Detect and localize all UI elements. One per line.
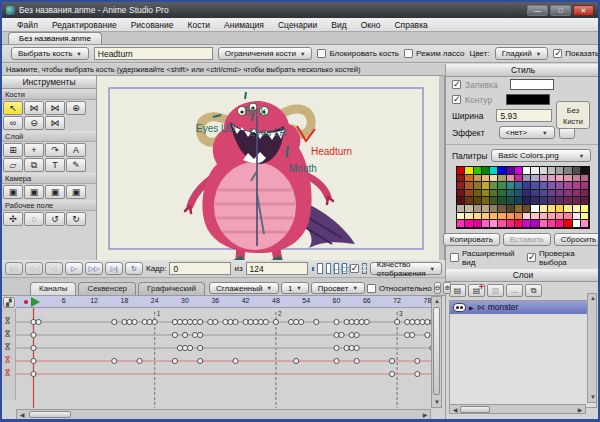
palette-swatch-6-5[interactable] — [498, 213, 506, 221]
palette-swatch-6-2[interactable] — [474, 213, 482, 221]
palette-swatch-3-13[interactable] — [564, 190, 572, 198]
palette-swatch-3-1[interactable] — [465, 190, 473, 198]
palette-swatch-6-9[interactable] — [531, 213, 539, 221]
show-labels-checkbox[interactable]: Показать⋈⋈ — [553, 48, 600, 59]
translate-layer-tool[interactable]: + — [24, 143, 44, 157]
palette-swatch-3-7[interactable] — [515, 190, 523, 198]
palette-swatch-5-5[interactable] — [498, 205, 506, 213]
flip-layer-tool[interactable]: A — [66, 143, 86, 157]
palette-swatch-2-9[interactable] — [531, 182, 539, 190]
layers-hscrollbar[interactable]: ◀▶ — [449, 404, 586, 414]
bone-label-Headturn[interactable]: Headturn — [311, 146, 352, 157]
delete-layer-button[interactable]: ▥ — [487, 284, 504, 297]
timeline-tab-Каналы[interactable]: Каналы — [30, 282, 76, 295]
layout-quad-button[interactable] — [334, 263, 339, 274]
palette-swatch-4-15[interactable] — [581, 197, 589, 205]
reparent-bone-tool[interactable]: ⋈ — [45, 116, 65, 130]
interp-dropdown[interactable]: Сглаженный▼ — [209, 282, 279, 294]
timeline-ruler[interactable]: 6121824303642485460667278 — [16, 296, 431, 308]
track-icon-0[interactable]: ⋈ — [3, 317, 12, 325]
lock-bone-checkbox[interactable]: Блокировать кость — [317, 49, 399, 58]
palette-swatch-0-7[interactable] — [515, 167, 523, 175]
bone-name-input[interactable] — [94, 47, 213, 60]
palette-swatch-0-9[interactable] — [531, 167, 539, 175]
paste-style-button[interactable]: Вставить — [503, 233, 551, 246]
palette-swatch-4-3[interactable] — [482, 197, 490, 205]
palette-swatch-1-6[interactable] — [507, 175, 515, 183]
palette-swatch-0-1[interactable] — [465, 167, 473, 175]
step-back-button[interactable]: ◁ — [45, 262, 63, 275]
palette-swatch-5-6[interactable] — [507, 205, 515, 213]
preview-checkbox[interactable] — [350, 264, 359, 273]
text-tool[interactable]: T — [45, 158, 65, 172]
palette-swatch-2-11[interactable] — [548, 182, 556, 190]
new-layer-button[interactable]: ▤ — [449, 284, 466, 297]
palette-swatch-4-10[interactable] — [540, 197, 548, 205]
palette-swatch-6-3[interactable] — [482, 213, 490, 221]
palette-swatch-1-7[interactable] — [515, 175, 523, 183]
palette-swatch-7-5[interactable] — [498, 220, 506, 228]
palette-swatch-2-1[interactable] — [465, 182, 473, 190]
bind-points-tool[interactable]: ∞ — [3, 116, 23, 130]
selection-rect-icon[interactable] — [362, 263, 367, 274]
bone-label-Eyes LR[interactable]: Eyes LR — [249, 127, 287, 138]
palette-swatch-2-0[interactable] — [457, 182, 465, 190]
palette-swatch-7-1[interactable] — [465, 220, 473, 228]
select-bone-dropdown[interactable]: Выбрать кость▼ — [11, 47, 89, 60]
palette-swatch-3-14[interactable] — [573, 190, 581, 198]
palette-swatch-4-1[interactable] — [465, 197, 473, 205]
zoom-in-timeline-button[interactable]: ⊕ — [443, 282, 451, 294]
menu-Файл[interactable]: Файл — [10, 20, 45, 30]
layer-row-monster[interactable]: ▶ ⋈ monster ▼ — [450, 301, 596, 314]
palette-swatch-7-3[interactable] — [482, 220, 490, 228]
palette-swatch-6-8[interactable] — [523, 213, 531, 221]
menu-Редактирование[interactable]: Редактирование — [45, 20, 124, 30]
menu-Рисование[interactable]: Рисование — [124, 20, 181, 30]
layers-panel-header[interactable]: Слои — [446, 269, 600, 282]
manipulate-bones-tool[interactable]: ⊕ — [66, 101, 86, 115]
document-tab[interactable]: Без названия.anme — [8, 32, 102, 44]
palette-swatch-1-1[interactable] — [465, 175, 473, 183]
palette-swatch-4-7[interactable] — [515, 197, 523, 205]
palette-swatch-6-12[interactable] — [556, 213, 564, 221]
palette-swatch-1-10[interactable] — [540, 175, 548, 183]
extended-view-checkbox[interactable]: Расширенный вид — [450, 249, 521, 267]
menu-Вид[interactable]: Вид — [324, 20, 353, 30]
zoom-out-timeline-button[interactable]: ⊖ — [434, 282, 442, 294]
stroke-checkbox[interactable] — [452, 95, 461, 104]
palette-swatch-5-14[interactable] — [573, 205, 581, 213]
palette-swatch-4-6[interactable] — [507, 197, 515, 205]
palette-swatch-2-3[interactable] — [482, 182, 490, 190]
palette-swatch-3-11[interactable] — [548, 190, 556, 198]
palette-swatch-7-6[interactable] — [507, 220, 515, 228]
palette-swatch-7-13[interactable] — [564, 220, 572, 228]
transform-layer-tool[interactable]: ⊞ — [3, 143, 23, 157]
timeline-tab-Секвенсер[interactable]: Секвенсер — [78, 282, 136, 295]
translate-bone-tool[interactable]: ⋈ — [24, 101, 44, 115]
copy-style-button[interactable]: Копировать — [443, 233, 500, 246]
palette-swatch-4-8[interactable] — [523, 197, 531, 205]
prev-key-button[interactable]: ◁◁ — [25, 262, 43, 275]
palette-swatch-6-4[interactable] — [490, 213, 498, 221]
palette-swatch-4-13[interactable] — [564, 197, 572, 205]
palette-swatch-7-12[interactable] — [556, 220, 564, 228]
palette-swatch-6-15[interactable] — [581, 213, 589, 221]
palette-swatch-6-7[interactable] — [515, 213, 523, 221]
layout-split-v-button[interactable] — [326, 263, 331, 274]
palette-swatch-1-12[interactable] — [556, 175, 564, 183]
onion-skin-dropdown[interactable]: Просвет▼ — [311, 282, 365, 294]
palettes-dropdown[interactable]: Basic Colors.png▼ — [491, 149, 591, 162]
timeline-hscrollbar[interactable]: ◀▶ — [16, 409, 431, 420]
palette-swatch-0-2[interactable] — [474, 167, 482, 175]
select-bone-tool[interactable]: ↖ — [3, 101, 23, 115]
style-panel-header[interactable]: Стиль — [446, 64, 600, 77]
palette-swatch-3-9[interactable] — [531, 190, 539, 198]
palette-swatch-5-10[interactable] — [540, 205, 548, 213]
smoothing-dropdown[interactable]: Гладкий▼ — [495, 47, 549, 60]
add-layer-button[interactable]: ▤+ — [468, 284, 485, 297]
palette-swatch-1-13[interactable] — [564, 175, 572, 183]
palette-swatch-5-4[interactable] — [490, 205, 498, 213]
palette-swatch-2-5[interactable] — [498, 182, 506, 190]
reset-style-button[interactable]: Сбросить — [554, 233, 600, 246]
palette-swatch-3-2[interactable] — [474, 190, 482, 198]
